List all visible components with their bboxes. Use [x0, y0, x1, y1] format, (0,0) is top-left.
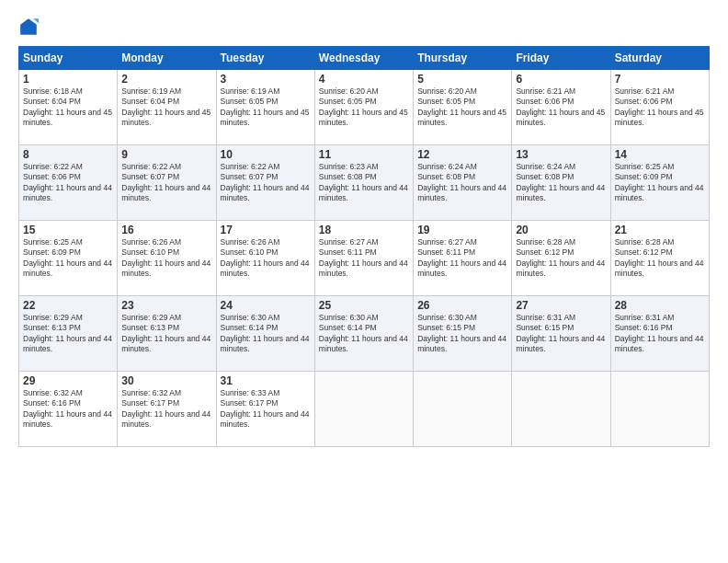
calendar-day-cell: 30Sunrise: 6:32 AMSunset: 6:17 PMDayligh…: [118, 372, 216, 447]
day-info: Sunrise: 6:20 AMSunset: 6:05 PMDaylight:…: [417, 86, 507, 129]
calendar-day-cell: 7Sunrise: 6:21 AMSunset: 6:06 PMDaylight…: [610, 70, 709, 145]
calendar-day-cell: 8Sunrise: 6:22 AMSunset: 6:06 PMDaylight…: [19, 145, 118, 221]
day-info: Sunrise: 6:19 AMSunset: 6:05 PMDaylight:…: [221, 86, 311, 129]
calendar-week-row: 15Sunrise: 6:25 AMSunset: 6:09 PMDayligh…: [19, 221, 710, 296]
day-number: 1: [23, 73, 113, 86]
calendar-day-cell: 25Sunrise: 6:30 AMSunset: 6:14 PMDayligh…: [314, 296, 413, 372]
day-info: Sunrise: 6:26 AMSunset: 6:10 PMDaylight:…: [221, 237, 311, 280]
day-number: 27: [516, 299, 606, 312]
day-number: 10: [221, 148, 311, 161]
calendar-day-cell: 15Sunrise: 6:25 AMSunset: 6:09 PMDayligh…: [19, 221, 118, 296]
day-of-week-header: Wednesday: [314, 47, 413, 70]
day-of-week-header: Saturday: [610, 47, 709, 70]
day-number: 22: [23, 299, 113, 312]
calendar-day-cell: 2Sunrise: 6:19 AMSunset: 6:04 PMDaylight…: [118, 70, 216, 145]
calendar-table: SundayMondayTuesdayWednesdayThursdayFrid…: [18, 46, 710, 447]
day-number: 30: [121, 374, 211, 387]
day-number: 2: [121, 73, 211, 86]
svg-marker-0: [20, 18, 37, 35]
calendar-day-cell: 5Sunrise: 6:20 AMSunset: 6:05 PMDaylight…: [414, 70, 512, 145]
calendar-day-cell: 6Sunrise: 6:21 AMSunset: 6:06 PMDaylight…: [512, 70, 610, 145]
calendar-week-row: 22Sunrise: 6:29 AMSunset: 6:13 PMDayligh…: [19, 296, 710, 372]
calendar-day-cell: 19Sunrise: 6:27 AMSunset: 6:11 PMDayligh…: [414, 221, 512, 296]
day-number: 17: [221, 224, 311, 236]
day-info: Sunrise: 6:29 AMSunset: 6:13 PMDaylight:…: [121, 313, 211, 355]
calendar-week-row: 1Sunrise: 6:18 AMSunset: 6:04 PMDaylight…: [19, 70, 710, 145]
calendar-day-cell: 12Sunrise: 6:24 AMSunset: 6:08 PMDayligh…: [414, 145, 512, 221]
day-number: 5: [417, 73, 507, 86]
day-number: 14: [615, 148, 705, 161]
calendar-day-cell: 27Sunrise: 6:31 AMSunset: 6:15 PMDayligh…: [512, 296, 610, 372]
general-blue-icon: [18, 17, 39, 37]
calendar-day-cell: 31Sunrise: 6:33 AMSunset: 6:17 PMDayligh…: [216, 372, 314, 447]
day-number: 18: [319, 224, 409, 236]
day-info: Sunrise: 6:30 AMSunset: 6:14 PMDaylight:…: [319, 313, 409, 355]
calendar-day-cell: [610, 372, 709, 447]
day-number: 6: [516, 73, 606, 86]
day-number: 9: [121, 148, 211, 161]
calendar-day-cell: 26Sunrise: 6:30 AMSunset: 6:15 PMDayligh…: [414, 296, 512, 372]
day-number: 20: [516, 224, 606, 236]
day-info: Sunrise: 6:27 AMSunset: 6:11 PMDaylight:…: [319, 237, 409, 280]
day-number: 8: [23, 148, 113, 161]
calendar-day-cell: 23Sunrise: 6:29 AMSunset: 6:13 PMDayligh…: [118, 296, 216, 372]
day-number: 16: [121, 224, 211, 236]
calendar-day-cell: 10Sunrise: 6:22 AMSunset: 6:07 PMDayligh…: [216, 145, 314, 221]
calendar-day-cell: 24Sunrise: 6:30 AMSunset: 6:14 PMDayligh…: [216, 296, 314, 372]
calendar-body: 1Sunrise: 6:18 AMSunset: 6:04 PMDaylight…: [19, 70, 710, 447]
day-info: Sunrise: 6:32 AMSunset: 6:17 PMDaylight:…: [121, 388, 211, 431]
calendar-day-cell: 3Sunrise: 6:19 AMSunset: 6:05 PMDaylight…: [216, 70, 314, 145]
day-info: Sunrise: 6:28 AMSunset: 6:12 PMDaylight:…: [615, 237, 705, 280]
calendar-day-cell: 20Sunrise: 6:28 AMSunset: 6:12 PMDayligh…: [512, 221, 610, 296]
day-info: Sunrise: 6:21 AMSunset: 6:06 PMDaylight:…: [615, 86, 705, 129]
day-number: 4: [319, 73, 409, 86]
day-info: Sunrise: 6:26 AMSunset: 6:10 PMDaylight:…: [121, 237, 211, 280]
calendar-day-cell: 21Sunrise: 6:28 AMSunset: 6:12 PMDayligh…: [610, 221, 709, 296]
day-number: 12: [417, 148, 507, 161]
calendar-day-cell: [314, 372, 413, 447]
day-number: 11: [319, 148, 409, 161]
calendar-header: SundayMondayTuesdayWednesdayThursdayFrid…: [19, 47, 710, 70]
day-of-week-header: Sunday: [19, 47, 118, 70]
calendar-week-row: 29Sunrise: 6:32 AMSunset: 6:16 PMDayligh…: [19, 372, 710, 447]
day-number: 29: [23, 374, 113, 387]
calendar-day-cell: 17Sunrise: 6:26 AMSunset: 6:10 PMDayligh…: [216, 221, 314, 296]
calendar-day-cell: 9Sunrise: 6:22 AMSunset: 6:07 PMDaylight…: [118, 145, 216, 221]
calendar-day-cell: 28Sunrise: 6:31 AMSunset: 6:16 PMDayligh…: [610, 296, 709, 372]
header: [18, 17, 710, 37]
day-number: 31: [221, 374, 311, 387]
calendar-day-cell: 1Sunrise: 6:18 AMSunset: 6:04 PMDaylight…: [19, 70, 118, 145]
day-number: 7: [615, 73, 705, 86]
day-info: Sunrise: 6:22 AMSunset: 6:06 PMDaylight:…: [23, 162, 113, 204]
calendar-day-cell: 4Sunrise: 6:20 AMSunset: 6:05 PMDaylight…: [314, 70, 413, 145]
calendar-day-cell: [414, 372, 512, 447]
day-info: Sunrise: 6:30 AMSunset: 6:15 PMDaylight:…: [417, 313, 507, 355]
day-of-week-header: Tuesday: [216, 47, 314, 70]
day-number: 15: [23, 224, 113, 236]
calendar-day-cell: 18Sunrise: 6:27 AMSunset: 6:11 PMDayligh…: [314, 221, 413, 296]
day-info: Sunrise: 6:28 AMSunset: 6:12 PMDaylight:…: [516, 237, 606, 280]
day-number: 28: [615, 299, 705, 312]
day-info: Sunrise: 6:21 AMSunset: 6:06 PMDaylight:…: [516, 86, 606, 129]
day-number: 25: [319, 299, 409, 312]
calendar-day-cell: 11Sunrise: 6:23 AMSunset: 6:08 PMDayligh…: [314, 145, 413, 221]
calendar-day-cell: 13Sunrise: 6:24 AMSunset: 6:08 PMDayligh…: [512, 145, 610, 221]
day-of-week-header: Friday: [512, 47, 610, 70]
day-info: Sunrise: 6:25 AMSunset: 6:09 PMDaylight:…: [23, 237, 113, 280]
calendar-day-cell: 16Sunrise: 6:26 AMSunset: 6:10 PMDayligh…: [118, 221, 216, 296]
page: SundayMondayTuesdayWednesdayThursdayFrid…: [0, 0, 728, 563]
day-info: Sunrise: 6:22 AMSunset: 6:07 PMDaylight:…: [121, 162, 211, 204]
day-info: Sunrise: 6:22 AMSunset: 6:07 PMDaylight:…: [221, 162, 311, 204]
day-number: 24: [221, 299, 311, 312]
day-of-week-header: Monday: [118, 47, 216, 70]
day-info: Sunrise: 6:24 AMSunset: 6:08 PMDaylight:…: [417, 162, 507, 204]
day-number: 23: [121, 299, 211, 312]
day-info: Sunrise: 6:19 AMSunset: 6:04 PMDaylight:…: [121, 86, 211, 129]
day-number: 21: [615, 224, 705, 236]
day-info: Sunrise: 6:18 AMSunset: 6:04 PMDaylight:…: [23, 86, 113, 129]
day-number: 13: [516, 148, 606, 161]
day-number: 19: [417, 224, 507, 236]
day-info: Sunrise: 6:33 AMSunset: 6:17 PMDaylight:…: [221, 388, 311, 431]
days-of-week-row: SundayMondayTuesdayWednesdayThursdayFrid…: [19, 47, 710, 70]
day-info: Sunrise: 6:30 AMSunset: 6:14 PMDaylight:…: [221, 313, 311, 355]
